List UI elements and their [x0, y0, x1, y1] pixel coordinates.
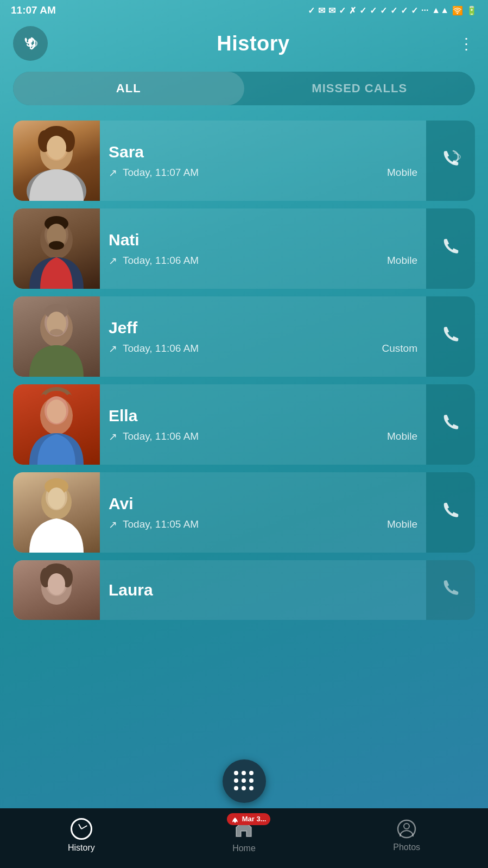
call-time-ella: Today, 11:06 AM [123, 430, 199, 442]
call-item-sara[interactable]: Sara ↗ Today, 11:07 AM Mobile [13, 121, 475, 201]
bottom-nav: History Mar 3... Home Photos [0, 808, 488, 868]
call-type-jeff: Custom [382, 343, 417, 354]
call-meta-jeff: ↗ Today, 11:06 AM Custom [109, 343, 417, 355]
call-info-ella: Ella ↗ Today, 11:06 AM Mobile [100, 398, 426, 452]
dialpad-button[interactable] [223, 759, 266, 803]
avatar-avi [13, 472, 100, 553]
outgoing-icon-jeff: ↗ [109, 343, 117, 355]
call-meta-sara: ↗ Today, 11:07 AM Mobile [109, 167, 417, 179]
call-action-laura[interactable] [426, 560, 475, 620]
call-name-jeff: Jeff [109, 319, 417, 337]
call-time-sara: Today, 11:07 AM [123, 167, 199, 179]
svg-point-14 [49, 241, 64, 250]
svg-point-19 [50, 329, 63, 335]
nav-photos-label: Photos [393, 842, 420, 852]
tab-missed-calls[interactable]: MISSED CALLS [244, 72, 476, 105]
call-info-sara: Sara ↗ Today, 11:07 AM Mobile [100, 134, 426, 188]
phone-icon-jeff [439, 325, 462, 348]
call-name-avi: Avi [109, 495, 417, 513]
avatar-ella [13, 384, 100, 465]
call-info-nati: Nati ↗ Today, 11:06 AM Mobile [100, 222, 426, 276]
outgoing-icon-ella: ↗ [109, 430, 117, 443]
call-action-jeff[interactable] [426, 296, 475, 377]
page-title: History [217, 32, 289, 55]
nav-history-label: History [68, 843, 95, 853]
call-name-sara: Sara [109, 143, 417, 161]
svg-point-26 [48, 487, 65, 509]
call-time-nati: Today, 11:06 AM [123, 255, 199, 267]
history-clock-icon [71, 818, 92, 840]
nav-home[interactable]: Mar 3... Home [217, 818, 271, 853]
photos-icon [396, 819, 417, 839]
svg-point-22 [47, 400, 66, 423]
avatar-sara [13, 121, 100, 201]
call-info-jeff: Jeff ↗ Today, 11:06 AM Custom [100, 310, 426, 364]
status-icons: ✓ ✉ ✉ ✓ ✗ ✓ ✓ ✓ ✓ ✓ ✓ ··· ▲▲ 🛜 🔋 [308, 5, 477, 16]
call-list-inner: Sara ↗ Today, 11:07 AM Mobile [0, 121, 488, 620]
call-item-nati[interactable]: Nati ↗ Today, 11:06 AM Mobile [13, 208, 475, 289]
call-action-nati[interactable] [426, 208, 475, 289]
nav-photos[interactable]: Photos [379, 819, 434, 852]
phone-icon-nati [439, 237, 462, 260]
svg-point-0 [28, 39, 33, 43]
phone-icon-laura [439, 579, 462, 601]
outgoing-icon-sara: ↗ [109, 167, 117, 179]
svg-point-34 [404, 823, 409, 829]
call-type-avi: Mobile [387, 518, 417, 530]
avatar-jeff [13, 296, 100, 377]
call-type-sara: Mobile [387, 167, 417, 179]
filter-tabs: ALL MISSED CALLS [13, 72, 475, 105]
call-name-ella: Ella [109, 407, 417, 425]
call-name-laura: Laura [109, 581, 417, 599]
call-time-jeff: Today, 11:06 AM [123, 343, 199, 354]
call-type-ella: Mobile [387, 430, 417, 442]
call-time-avi: Today, 11:05 AM [123, 518, 199, 530]
missed-call-icon [231, 816, 239, 823]
call-name-nati: Nati [109, 231, 417, 249]
call-type-nati: Mobile [387, 255, 417, 267]
call-item-laura[interactable]: Laura [13, 560, 475, 620]
call-item-jeff[interactable]: Jeff ↗ Today, 11:06 AM Custom [13, 296, 475, 377]
missed-badge-text: Mar 3... [242, 815, 267, 823]
missed-call-badge: Mar 3... [227, 813, 270, 825]
call-meta-nati: ↗ Today, 11:06 AM Mobile [109, 255, 417, 267]
call-action-sara[interactable] [426, 121, 475, 201]
avatar-nati [13, 208, 100, 289]
call-item-avi[interactable]: Avi ↗ Today, 11:05 AM Mobile [13, 472, 475, 553]
call-action-ella[interactable] [426, 384, 475, 465]
svg-point-8 [47, 136, 66, 160]
status-time: 11:07 AM [11, 4, 56, 16]
call-action-avi[interactable] [426, 472, 475, 553]
header: History ⋮ [0, 21, 488, 72]
call-meta-avi: ↗ Today, 11:05 AM Mobile [109, 518, 417, 531]
call-item-ella[interactable]: Ella ↗ Today, 11:06 AM Mobile [13, 384, 475, 465]
phone-icon-avi [439, 501, 462, 524]
nav-home-label: Home [232, 844, 256, 853]
call-info-avi: Avi ↗ Today, 11:05 AM Mobile [100, 486, 426, 540]
avatar-laura [13, 560, 100, 620]
home-icon-wrapper: Mar 3... [233, 818, 254, 840]
outgoing-icon-nati: ↗ [109, 255, 117, 267]
status-bar: 11:07 AM ✓ ✉ ✉ ✓ ✗ ✓ ✓ ✓ ✓ ✓ ✓ ··· ▲▲ 🛜 … [0, 0, 488, 21]
call-list: Sara ↗ Today, 11:07 AM Mobile [0, 121, 488, 728]
microphone-button[interactable] [13, 26, 48, 61]
phone-icon-ella [439, 413, 462, 436]
call-meta-ella: ↗ Today, 11:06 AM Mobile [109, 430, 417, 443]
outgoing-icon-avi: ↗ [109, 518, 117, 531]
call-info-laura: Laura [100, 572, 426, 608]
phone-icon-sara [439, 149, 462, 172]
tab-all[interactable]: ALL [13, 72, 244, 105]
dialpad-grid-icon [234, 771, 255, 791]
svg-point-32 [48, 573, 65, 595]
nav-history[interactable]: History [54, 818, 109, 853]
more-options-button[interactable]: ⋮ [459, 35, 475, 53]
